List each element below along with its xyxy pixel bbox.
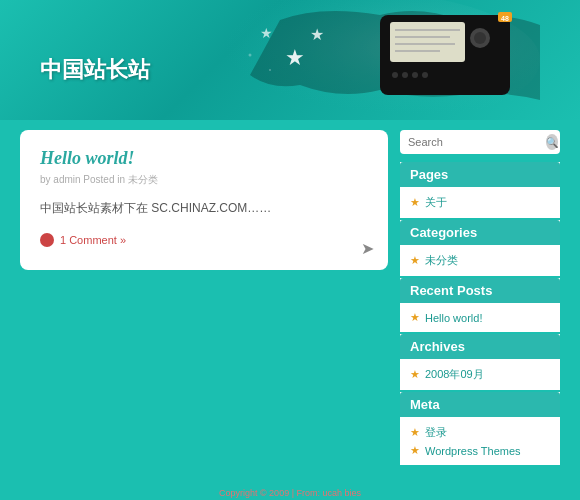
categories-link-0[interactable]: 未分类 xyxy=(425,253,458,268)
svg-point-16 xyxy=(474,32,486,44)
sidebar-item-recent-0: ★ Hello world! xyxy=(410,309,550,326)
pages-link-0[interactable]: 关于 xyxy=(425,195,447,210)
svg-rect-10 xyxy=(390,22,465,62)
post-card: Hello world! by admin Posted in 未分类 中国站长… xyxy=(20,130,388,270)
svg-point-19 xyxy=(412,72,418,78)
search-input[interactable] xyxy=(408,136,546,148)
post-arrow-icon: ➤ xyxy=(361,239,374,258)
star-icon: ★ xyxy=(410,368,420,381)
content-area: Hello world! by admin Posted in 未分类 中国站长… xyxy=(20,130,388,480)
sidebar-section-header-categories: Categories xyxy=(400,220,560,245)
star-icon: ★ xyxy=(410,196,420,209)
archives-link-0[interactable]: 2008年09月 xyxy=(425,367,484,382)
recent-link-0[interactable]: Hello world! xyxy=(425,312,482,324)
post-title: Hello world! xyxy=(40,148,368,169)
svg-point-18 xyxy=(402,72,408,78)
sidebar-item-meta-0: ★ 登录 xyxy=(410,423,550,442)
comment-link[interactable]: 1 Comment » xyxy=(60,234,126,246)
meta-link-0[interactable]: 登录 xyxy=(425,425,447,440)
sidebar-section-categories: Categories ★ 未分类 xyxy=(400,220,560,276)
sidebar-section-header-pages: Pages xyxy=(400,162,560,187)
sidebar-section-content-archives: ★ 2008年09月 xyxy=(400,359,560,390)
sidebar-section-archives: Archives ★ 2008年09月 xyxy=(400,334,560,390)
main-container: Hello world! by admin Posted in 未分类 中国站长… xyxy=(0,120,580,490)
star-icon: ★ xyxy=(410,426,420,439)
site-header: ★ ★ ★ 48 中国站长站 xyxy=(0,0,580,120)
sidebar-section-recent-posts: Recent Posts ★ Hello world! xyxy=(400,278,560,332)
sidebar-section-header-recent-posts: Recent Posts xyxy=(400,278,560,303)
star-icon: ★ xyxy=(410,254,420,267)
sidebar-item-categories-0: ★ 未分类 xyxy=(410,251,550,270)
site-footer: Copyright © 2009 | From: ucah bies xyxy=(0,488,580,498)
search-box[interactable]: 🔍 xyxy=(400,130,560,154)
site-title: 中国站长站 xyxy=(40,55,150,85)
sidebar-section-content-recent-posts: ★ Hello world! xyxy=(400,303,560,332)
post-footer: 1 Comment » xyxy=(40,233,368,247)
svg-text:★: ★ xyxy=(260,25,273,41)
svg-point-7 xyxy=(249,54,252,57)
svg-text:★: ★ xyxy=(310,26,324,43)
sidebar-item-archives-0: ★ 2008年09月 xyxy=(410,365,550,384)
post-meta: by admin Posted in 未分类 xyxy=(40,173,368,187)
sidebar-section-content-pages: ★ 关于 xyxy=(400,187,560,218)
star-icon: ★ xyxy=(410,311,420,324)
sidebar-section-content-meta: ★ 登录 ★ Wordpress Themes xyxy=(400,417,560,465)
sidebar: 🔍 Pages ★ 关于 Categories ★ 未分类 xyxy=(400,130,560,480)
sidebar-item-pages-0: ★ 关于 xyxy=(410,193,550,212)
svg-point-8 xyxy=(269,69,271,71)
svg-point-20 xyxy=(422,72,428,78)
sidebar-section-meta: Meta ★ 登录 ★ Wordpress Themes xyxy=(400,392,560,465)
sidebar-item-meta-1: ★ Wordpress Themes xyxy=(410,442,550,459)
meta-link-1[interactable]: Wordpress Themes xyxy=(425,445,521,457)
search-icon[interactable]: 🔍 xyxy=(546,134,558,150)
svg-text:48: 48 xyxy=(501,15,509,22)
svg-point-17 xyxy=(392,72,398,78)
sidebar-section-header-archives: Archives xyxy=(400,334,560,359)
star-icon: ★ xyxy=(410,444,420,457)
sidebar-section-header-meta: Meta xyxy=(400,392,560,417)
comment-bubble-icon xyxy=(40,233,54,247)
svg-text:★: ★ xyxy=(285,45,305,70)
post-excerpt: 中国站长站素材下在 SC.CHINAZ.COM…… xyxy=(40,199,368,217)
sidebar-section-pages: Pages ★ 关于 xyxy=(400,162,560,218)
sidebar-section-content-categories: ★ 未分类 xyxy=(400,245,560,276)
